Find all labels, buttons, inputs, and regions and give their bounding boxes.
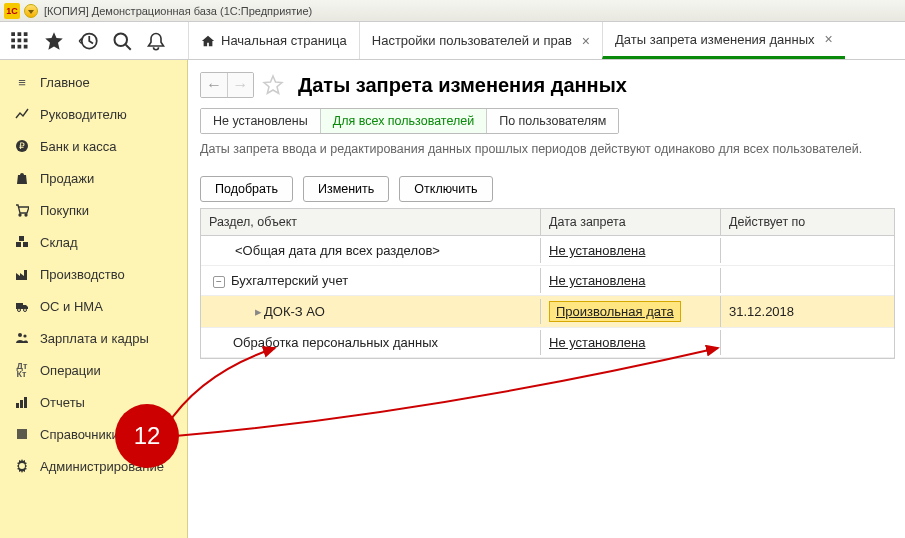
disable-button[interactable]: Отключить bbox=[399, 176, 492, 202]
page-title: Даты запрета изменения данных bbox=[298, 74, 627, 97]
sidebar-item-label: Зарплата и кадры bbox=[40, 331, 149, 346]
window-titlebar: 1С [КОПИЯ] Демонстрационная база (1С:Пре… bbox=[0, 0, 905, 22]
svg-rect-3 bbox=[11, 38, 15, 42]
cell-date[interactable]: Не установлена bbox=[541, 238, 721, 263]
svg-point-18 bbox=[18, 309, 21, 312]
toolbar: Начальная страница Настройки пользовател… bbox=[0, 22, 905, 60]
window-title: [КОПИЯ] Демонстрационная база (1С:Предпр… bbox=[44, 5, 312, 17]
cell-section: −Бухгалтерский учет bbox=[201, 268, 541, 293]
segment-all-users[interactable]: Для всех пользователей bbox=[320, 109, 486, 133]
home-icon bbox=[201, 34, 215, 48]
col-section[interactable]: Раздел, объект bbox=[201, 209, 541, 235]
ruble-icon: ₽ bbox=[14, 138, 30, 154]
segment-control: Не установлены Для всех пользователей По… bbox=[200, 108, 619, 134]
cell-valid bbox=[721, 338, 894, 348]
pick-button[interactable]: Подобрать bbox=[200, 176, 293, 202]
search-icon[interactable] bbox=[112, 31, 132, 51]
svg-rect-8 bbox=[24, 44, 28, 48]
svg-rect-1 bbox=[18, 32, 22, 36]
svg-rect-5 bbox=[24, 38, 28, 42]
trend-icon bbox=[14, 106, 30, 122]
svg-point-19 bbox=[24, 309, 27, 312]
sidebar-item-stock[interactable]: Склад bbox=[0, 226, 187, 258]
page-nav: ← → Даты запрета изменения данных bbox=[200, 72, 895, 98]
grid-row-selected[interactable]: ▸ДОК-З АО Произвольная дата 31.12.2018 bbox=[201, 296, 894, 328]
svg-rect-24 bbox=[24, 397, 27, 408]
sidebar-item-label: Операции bbox=[40, 363, 101, 378]
col-date[interactable]: Дата запрета bbox=[541, 209, 721, 235]
cell-section: ▸ДОК-З АО bbox=[201, 299, 541, 324]
tab-label: Даты запрета изменения данных bbox=[615, 32, 814, 47]
cell-valid bbox=[721, 276, 894, 286]
cell-date[interactable]: Произвольная дата bbox=[541, 296, 721, 327]
truck-icon bbox=[14, 298, 30, 314]
tab-label: Начальная страница bbox=[221, 33, 347, 48]
gear-icon bbox=[14, 458, 30, 474]
sidebar-item-sales[interactable]: Продажи bbox=[0, 162, 187, 194]
grid-row[interactable]: <Общая дата для всех разделов> Не устано… bbox=[201, 236, 894, 266]
sidebar-item-operations[interactable]: ДтКтОперации bbox=[0, 354, 187, 386]
segment-not-set[interactable]: Не установлены bbox=[201, 109, 320, 133]
apps-icon[interactable] bbox=[10, 31, 30, 51]
book-icon bbox=[14, 426, 30, 442]
sidebar-item-purchases[interactable]: Покупки bbox=[0, 194, 187, 226]
sidebar-item-manager[interactable]: Руководителю bbox=[0, 98, 187, 130]
cell-date[interactable]: Не установлена bbox=[541, 330, 721, 355]
col-valid[interactable]: Действует по bbox=[721, 209, 894, 235]
back-button[interactable]: ← bbox=[201, 73, 227, 97]
svg-point-13 bbox=[19, 214, 21, 216]
cell-section: Обработка персональных данных bbox=[201, 330, 541, 355]
app-menu-dropdown-icon[interactable] bbox=[24, 4, 38, 18]
tab-dates[interactable]: Даты запрета изменения данных × bbox=[602, 22, 845, 59]
svg-rect-0 bbox=[11, 32, 15, 36]
app-logo-icon: 1С bbox=[4, 3, 20, 19]
svg-text:₽: ₽ bbox=[19, 141, 25, 151]
tab-bar: Начальная страница Настройки пользовател… bbox=[188, 22, 905, 59]
sidebar: ≡Главное Руководителю ₽Банк и касса Прод… bbox=[0, 60, 188, 538]
grid-row[interactable]: −Бухгалтерский учет Не установлена bbox=[201, 266, 894, 296]
sidebar-item-bank[interactable]: ₽Банк и касса bbox=[0, 130, 187, 162]
close-icon[interactable]: × bbox=[825, 31, 833, 47]
tab-label: Настройки пользователей и прав bbox=[372, 33, 572, 48]
sidebar-item-production[interactable]: Производство bbox=[0, 258, 187, 290]
svg-point-14 bbox=[25, 214, 27, 216]
sidebar-item-label: Банк и касса bbox=[40, 139, 117, 154]
favorite-star-icon[interactable] bbox=[262, 74, 284, 96]
tree-collapse-icon[interactable]: − bbox=[213, 276, 225, 288]
tab-home[interactable]: Начальная страница bbox=[188, 22, 359, 59]
sidebar-item-label: Руководителю bbox=[40, 107, 127, 122]
toolbar-quick-icons bbox=[0, 22, 188, 59]
bell-icon[interactable] bbox=[146, 31, 166, 51]
svg-rect-15 bbox=[16, 242, 21, 247]
cell-valid bbox=[721, 246, 894, 256]
svg-rect-2 bbox=[24, 32, 28, 36]
hint-text: Даты запрета ввода и редактирования данн… bbox=[200, 142, 895, 156]
sidebar-item-label: Отчеты bbox=[40, 395, 85, 410]
sidebar-item-label: Главное bbox=[40, 75, 90, 90]
factory-icon bbox=[14, 266, 30, 282]
close-icon[interactable]: × bbox=[582, 33, 590, 49]
cell-date[interactable]: Не установлена bbox=[541, 268, 721, 293]
data-grid: Раздел, объект Дата запрета Действует по… bbox=[200, 208, 895, 359]
svg-rect-6 bbox=[11, 44, 15, 48]
tab-settings[interactable]: Настройки пользователей и прав × bbox=[359, 22, 602, 59]
nav-back-forward: ← → bbox=[200, 72, 254, 98]
boxes-icon bbox=[14, 234, 30, 250]
content-area: ← → Даты запрета изменения данных Не уст… bbox=[188, 60, 905, 538]
svg-rect-23 bbox=[20, 400, 23, 408]
sidebar-item-assets[interactable]: ОС и НМА bbox=[0, 290, 187, 322]
star-icon[interactable] bbox=[44, 31, 64, 51]
segment-by-user[interactable]: По пользователям bbox=[486, 109, 618, 133]
sidebar-item-main[interactable]: ≡Главное bbox=[0, 66, 187, 98]
history-icon[interactable] bbox=[78, 31, 98, 51]
svg-rect-4 bbox=[18, 38, 22, 42]
forward-button[interactable]: → bbox=[227, 73, 253, 97]
dtkt-icon: ДтКт bbox=[14, 362, 30, 378]
grid-row[interactable]: Обработка персональных данных Не установ… bbox=[201, 328, 894, 358]
sidebar-item-label: Справочники bbox=[40, 427, 119, 442]
edit-button[interactable]: Изменить bbox=[303, 176, 389, 202]
svg-rect-17 bbox=[19, 236, 24, 241]
sidebar-item-salary[interactable]: Зарплата и кадры bbox=[0, 322, 187, 354]
sidebar-item-label: Производство bbox=[40, 267, 125, 282]
cell-valid: 31.12.2018 bbox=[721, 299, 894, 324]
